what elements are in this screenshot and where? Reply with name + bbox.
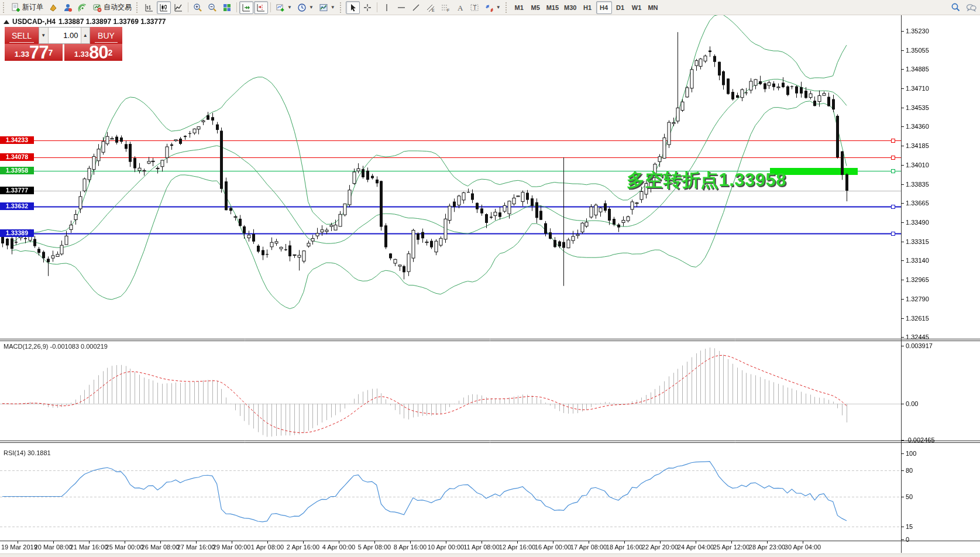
- trendline-icon: [411, 3, 421, 12]
- chat-button[interactable]: [964, 1, 979, 14]
- horizontal-line-tool-button[interactable]: [394, 1, 408, 14]
- volume-decrease-button[interactable]: ▼: [39, 27, 49, 43]
- time-axis-label: 18 Apr 16:00: [606, 544, 642, 551]
- svg-text:A: A: [458, 4, 463, 12]
- toolbar-separator: [270, 2, 271, 12]
- price-axis-tick-label: 1.34185: [906, 142, 929, 149]
- time-axis-label: 20 Mar 08:00: [35, 544, 73, 551]
- buy-price-sup: 2: [108, 44, 113, 61]
- timeframe-m5-button[interactable]: M5: [528, 1, 544, 14]
- macd-axis-tick-label: 0.003917: [906, 342, 933, 349]
- trendline-tool-button[interactable]: [409, 1, 423, 14]
- buy-price[interactable]: 1.33 80 2: [64, 44, 122, 61]
- time-axis-label: 28 Apr 23:00: [749, 544, 785, 551]
- buy-price-prefix: 1.33: [74, 49, 89, 60]
- chart-canvas[interactable]: [0, 0, 980, 557]
- new-order-icon: [11, 3, 20, 12]
- toolbar-grip[interactable]: [340, 2, 343, 13]
- macd-axis-tick-label: 0.00: [906, 400, 918, 407]
- chat-icon: [966, 3, 976, 12]
- time-axis-label: 1 Apr 08:00: [251, 544, 284, 551]
- metaeditor-button[interactable]: [46, 1, 60, 14]
- level-price-badge: 1.33632: [0, 202, 34, 210]
- mt4-terminal-window: 新订单 自动交易 ▼ ▼ ▼ E F A T ▼: [0, 0, 980, 557]
- timeframe-m15-button[interactable]: M15: [544, 1, 561, 14]
- new-order-button[interactable]: 新订单: [9, 1, 46, 14]
- vertical-line-tool-button[interactable]: [380, 1, 394, 14]
- fibonacci-tool-button[interactable]: F: [438, 1, 452, 14]
- toolbar-grip[interactable]: [3, 2, 6, 13]
- candlestick-icon: [159, 3, 169, 12]
- time-axis-label: 25 Apr 12:00: [713, 544, 749, 551]
- price-axis-tick-label: 1.33315: [906, 238, 929, 245]
- autotrading-label: 自动交易: [104, 2, 132, 12]
- time-axis-label: 17 Apr 08:00: [570, 544, 607, 551]
- price-axis-tick-label: 1.32790: [906, 295, 929, 302]
- price-axis-tick-label: 1.34535: [906, 104, 929, 111]
- level-price-badge: 1.33958: [0, 167, 34, 174]
- templates-button[interactable]: ▼: [317, 1, 338, 14]
- signals-button[interactable]: [75, 1, 90, 14]
- volume-increase-button[interactable]: ▲: [81, 27, 90, 43]
- channel-tool-button[interactable]: E: [424, 1, 438, 14]
- add-indicator-button[interactable]: ▼: [273, 1, 294, 14]
- rsi-axis-tick-label: 100: [906, 450, 916, 457]
- sell-price-sup: 7: [49, 44, 53, 61]
- level-price-badge: 1.33389: [0, 229, 34, 237]
- timeframe-d1-button[interactable]: D1: [613, 1, 628, 14]
- price-axis-tick-label: 1.35055: [906, 47, 929, 54]
- zoom-out-button[interactable]: [205, 1, 219, 14]
- sell-price[interactable]: 1.33 77 7: [5, 44, 63, 61]
- auto-scroll-button[interactable]: [239, 1, 253, 14]
- chart-header: USDCAD-,H4 1.33887 1.33897 1.33769 1.337…: [4, 18, 166, 26]
- arrows-tool-button[interactable]: ▼: [482, 1, 503, 14]
- window-bottom-strip: [0, 553, 980, 557]
- candlestick-mode-button[interactable]: [157, 1, 171, 14]
- timeframe-h4-button[interactable]: H4: [596, 1, 612, 14]
- price-axis-tick-label: 1.33835: [906, 181, 929, 188]
- tile-windows-button[interactable]: [220, 1, 234, 14]
- market-button[interactable]: [61, 1, 75, 14]
- price-axis-tick-label: 1.34360: [906, 123, 929, 130]
- price-axis-tick-label: 1.32965: [906, 276, 929, 283]
- macd-axis-tick-label: -0.002465: [906, 436, 935, 443]
- crosshair-tool-button[interactable]: [360, 1, 374, 14]
- search-button[interactable]: [948, 1, 963, 14]
- timeframe-mn-button[interactable]: MN: [645, 1, 661, 14]
- collapse-panel-icon[interactable]: [4, 20, 9, 24]
- text-tool-button[interactable]: A: [453, 1, 467, 14]
- toolbar-separator: [188, 2, 188, 12]
- time-axis-label: 24 Apr 04:00: [678, 544, 714, 551]
- timeframe-w1-button[interactable]: W1: [629, 1, 645, 14]
- price-axis-tick-label: 1.32445: [906, 333, 929, 341]
- bar-chart-icon: [145, 3, 154, 12]
- symbol-title: USDCAD-,H4: [12, 18, 56, 26]
- toolbar-grip[interactable]: [506, 2, 509, 13]
- time-axis-label: 8 Apr 16:00: [394, 544, 427, 551]
- timeframe-m30-button[interactable]: M30: [562, 1, 579, 14]
- price-axis-tick-label: 1.33665: [906, 200, 929, 207]
- zoom-in-button[interactable]: [191, 1, 205, 14]
- volume-input[interactable]: [49, 27, 81, 43]
- text-label-tool-button[interactable]: T: [467, 1, 482, 14]
- periods-button[interactable]: ▼: [295, 1, 316, 14]
- buy-button[interactable]: BUY: [90, 27, 122, 44]
- timeframe-m1-button[interactable]: M1: [511, 1, 527, 14]
- add-indicator-icon: [276, 3, 285, 12]
- chart-annotation-text[interactable]: 多空转折点1.33958: [627, 168, 786, 192]
- toolbar-grip[interactable]: [136, 2, 140, 13]
- chart-shift-button[interactable]: [254, 1, 268, 14]
- dropdown-caret-icon: ▼: [287, 5, 292, 10]
- zoom-out-icon: [208, 3, 217, 12]
- price-axis-tick-label: 1.33490: [906, 219, 929, 226]
- price-axis-tick-label: 1.34710: [906, 85, 929, 92]
- cursor-tool-button[interactable]: [346, 1, 360, 14]
- autotrading-button[interactable]: 自动交易: [90, 1, 134, 14]
- bar-chart-mode-button[interactable]: [142, 1, 156, 14]
- line-chart-mode-button[interactable]: [171, 1, 185, 14]
- timeframe-h1-button[interactable]: H1: [580, 1, 596, 14]
- sell-button[interactable]: SELL: [5, 27, 39, 44]
- rsi-indicator-label: RSI(14) 30.1881: [4, 449, 51, 456]
- current-price-badge: 1.33777: [0, 187, 34, 194]
- arrows-icon: [484, 3, 494, 12]
